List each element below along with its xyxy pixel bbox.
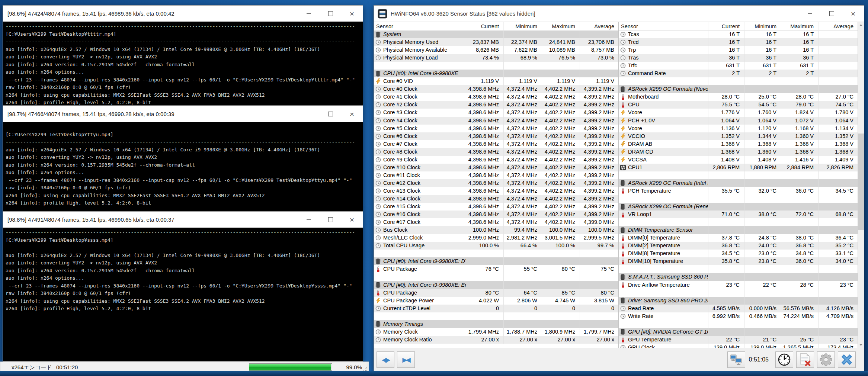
sensor-row[interactable]: CPU Package80 °C64 °C85 °C80 °C: [374, 289, 618, 297]
reset-log-button[interactable]: [796, 351, 814, 368]
sensor-row[interactable]: Mesh/LLC Clock2,999.0 MHz2,981.2 MHz3,00…: [374, 234, 618, 242]
column-header-current[interactable]: Current: [708, 22, 744, 30]
close-button[interactable]: ×: [341, 106, 363, 122]
column-header-average[interactable]: Average: [580, 22, 619, 30]
sensor-row[interactable]: Physical Memory Load73.4 %68.9 %76.5 %73…: [374, 54, 618, 62]
sensor-row[interactable]: DIMM[8] Temperature34.5 °C23.0 °C34.8 °C…: [619, 250, 858, 257]
sensor-row[interactable]: Core #6 Clock4,398.6 MHz4,372.4 MHz4,402…: [374, 132, 618, 140]
sensor-row[interactable]: Physical Memory Used23,837 MB22,374 MB24…: [374, 38, 618, 46]
sensor-row[interactable]: DIMM[0] Temperature37.8 °C24.8 °C38.0 °C…: [619, 234, 858, 242]
sensor-row[interactable]: Core #7 Clock4,398.6 MHz4,372.4 MHz4,402…: [374, 140, 618, 148]
sensor-row[interactable]: Core #8 Clock4,398.6 MHz4,372.4 MHz4,402…: [374, 148, 618, 156]
column-header-minimum[interactable]: Minimum: [503, 22, 542, 30]
sensor-row[interactable]: Bus Clock100.0 MHz99.4 MHz100.0 MHz100.0…: [374, 226, 618, 234]
sensor-row[interactable]: Trfc631 T631 T631 T: [619, 62, 858, 70]
sensor-row[interactable]: Trcd16 T16 T16 T: [619, 38, 858, 46]
minimize-button[interactable]: [298, 6, 320, 22]
sensor-section-row[interactable]: S.M.A.R.T.: Samsung SSD 860 P...: [619, 273, 858, 281]
sensor-row[interactable]: Core #14 Clock4,398.6 MHz4,372.4 MHz4,40…: [374, 195, 618, 203]
sensor-row[interactable]: PCH Temperature35.5 °C32.0 °C36.0 °C34.5…: [619, 187, 858, 195]
minimize-button[interactable]: [298, 212, 320, 228]
sensor-section-row[interactable]: CPU [#0]: Intel Core i9-9980XE: Enh...: [374, 281, 618, 289]
sensor-row[interactable]: Core #17 Clock4,398.6 MHz4,372.4 MHz4,40…: [374, 218, 618, 226]
sensor-row[interactable]: Core #2 Clock4,398.6 MHz4,372.4 MHz4,402…: [374, 101, 618, 109]
sensor-row[interactable]: VCCIO1.352 V1.344 V1.360 V1.352 V: [619, 132, 858, 140]
scrollbar-thumb[interactable]: [858, 134, 864, 230]
sensor-section-row[interactable]: Memory Timings: [374, 320, 618, 328]
sensor-section-row[interactable]: CPU [#0]: Intel Core i9-9980XE: DTS: [374, 257, 618, 265]
sensor-row[interactable]: Motherboard28.0 °C25.0 °C28.0 °C27.0 °C: [619, 93, 858, 101]
clock-button[interactable]: [775, 351, 793, 368]
sensor-section-row[interactable]: ASRock X299 OC Formula (Intel P...: [619, 179, 858, 187]
sensor-row[interactable]: Core #9 Clock4,398.6 MHz4,372.4 MHz4,402…: [374, 156, 618, 164]
sensor-row[interactable]: Drive Airflow Temperature23 °C22 °C28 °C…: [619, 281, 858, 289]
sensor-row[interactable]: Core #11 Clock4,398.6 MHz4,372.4 MHz4,40…: [374, 171, 618, 179]
sensor-row[interactable]: Core #15 Clock4,398.6 MHz4,372.4 MHz4,40…: [374, 203, 618, 211]
sensor-row[interactable]: VR Loop171.0 °C38.0 °C72.0 °C68.8 °C: [619, 211, 858, 218]
sensor-row[interactable]: Core #3 Clock4,398.6 MHz4,372.4 MHz4,402…: [374, 109, 618, 116]
sensor-section-row[interactable]: GPU [#0]: NVIDIA GeForce GT 10...: [619, 328, 858, 336]
sensor-row[interactable]: Core #1 Clock4,398.6 MHz4,372.4 MHz4,402…: [374, 93, 618, 101]
sensor-row[interactable]: Core #16 Clock4,398.6 MHz4,372.4 MHz4,40…: [374, 211, 618, 218]
sensor-row[interactable]: Memory Clock1,799.4 MHz1,788.7 MHz1,800.…: [374, 328, 618, 336]
sensor-row[interactable]: DRAM CD1.368 V1.360 V1.368 V1.368 V: [619, 148, 858, 156]
sensor-row[interactable]: GPU Temperature22 °C21 °C25 °C23 °C: [619, 336, 858, 344]
column-header-average[interactable]: Average: [818, 22, 858, 30]
sensor-row[interactable]: VCCSA1.408 V1.408 V1.416 V1.409 V: [619, 156, 858, 164]
sensor-row[interactable]: Command Rate2 T2 T2 T: [619, 70, 858, 77]
sensor-row[interactable]: Read Rate4.585 MB/s0.000 MB/s56.576 MB/s…: [619, 305, 858, 312]
sensor-section-row[interactable]: System: [374, 30, 618, 38]
maximize-button[interactable]: [320, 212, 341, 228]
sensor-row[interactable]: Vcore1.776 V1.760 V1.824 V1.780 V: [619, 109, 858, 116]
sensor-row[interactable]: Current cTDP Level0000: [374, 305, 618, 312]
scroll-up-button[interactable]: [858, 22, 864, 28]
sensor-section-row[interactable]: ASRock X299 OC Formula (Nuvot...: [619, 85, 858, 93]
sensor-row[interactable]: CPU Package76 °C55 °C80 °C75 °C: [374, 265, 618, 273]
sensor-row[interactable]: Total CPU Usage100.0 %66.4 %100.0 %99.7 …: [374, 242, 618, 250]
maximize-button[interactable]: [320, 106, 341, 122]
sensor-row[interactable]: Tras36 T36 T36 T: [619, 54, 858, 62]
sensor-row[interactable]: Core #4 Clock4,398.6 MHz4,372.4 MHz4,402…: [374, 117, 618, 125]
sensor-section-row[interactable]: CPU [#0]: Intel Core i9-9980XE: [374, 70, 618, 77]
minimize-button[interactable]: [298, 106, 320, 122]
column-header-sensor[interactable]: Sensor: [374, 22, 466, 30]
maximize-button[interactable]: [320, 6, 341, 22]
remote-monitoring-button[interactable]: [727, 351, 745, 368]
column-header-current[interactable]: Current: [466, 22, 503, 30]
resize-grip-icon[interactable]: [363, 367, 368, 371]
sensor-row[interactable]: Core #12 Clock4,398.6 MHz4,372.4 MHz4,40…: [374, 179, 618, 187]
column-header-maximum[interactable]: Maximum: [542, 22, 580, 30]
minimize-button[interactable]: [799, 6, 821, 22]
column-header-sensor[interactable]: Sensor: [619, 22, 708, 30]
close-sensors-button[interactable]: [838, 351, 856, 368]
sensor-row[interactable]: DIMM[10] Temperature35.8 °C23.8 °C36.0 °…: [619, 257, 858, 265]
sensor-row[interactable]: Vcore1.136 V1.120 V1.168 V1.134 V: [619, 125, 858, 132]
taskbar[interactable]: [0, 371, 868, 376]
sensor-row[interactable]: PCH +1.0V1.064 V1.064 V1.072 V1.064 V: [619, 117, 858, 125]
sensor-row[interactable]: Tcas16 T16 T16 T: [619, 30, 858, 38]
scroll-down-button[interactable]: [858, 342, 864, 348]
close-button[interactable]: ×: [842, 6, 864, 22]
sensor-row[interactable]: CPU12,806 RPM1,880 RPM2,884 RPM2,826 RPM: [619, 164, 858, 171]
sensor-row[interactable]: Trp16 T16 T16 T: [619, 46, 858, 54]
sensor-section-row[interactable]: ASRock X299 OC Formula (Renes...: [619, 203, 858, 211]
sensor-row[interactable]: Core #13 Clock4,398.6 MHz4,372.4 MHz4,40…: [374, 187, 618, 195]
sensor-row[interactable]: Core #0 Clock4,398.6 MHz4,372.4 MHz4,402…: [374, 85, 618, 93]
column-header-minimum[interactable]: Minimum: [744, 22, 781, 30]
sensor-row[interactable]: CPU75.5 °C54.5 °C79.0 °C74.5 °C: [619, 101, 858, 109]
sensor-row[interactable]: Physical Memory Available8,626 MB7,622 M…: [374, 46, 618, 54]
sensor-row[interactable]: Memory Clock Ratio27.00 x27.00 x27.00 x2…: [374, 336, 618, 344]
close-button[interactable]: ×: [341, 6, 363, 22]
expand-columns-button[interactable]: ◀▶: [377, 351, 394, 368]
sensor-row[interactable]: DIMM[2] Temperature36.8 °C24.0 °C36.8 °C…: [619, 242, 858, 250]
sensor-row[interactable]: DRAM AB1.368 V1.368 V1.368 V1.368 V: [619, 140, 858, 148]
collapse-columns-button[interactable]: ▶◀: [397, 351, 415, 368]
close-button[interactable]: ×: [341, 212, 363, 228]
vertical-scrollbar[interactable]: [858, 22, 864, 348]
settings-button[interactable]: [817, 351, 835, 368]
maximize-button[interactable]: [821, 6, 842, 22]
sensor-row[interactable]: Core #10 Clock4,398.6 MHz4,372.4 MHz4,40…: [374, 164, 618, 171]
column-header-maximum[interactable]: Maximum: [781, 22, 818, 30]
sensor-row[interactable]: Write Rate6.992 MB/s0.466 MB/s74.224 MB/…: [619, 312, 858, 320]
sensor-section-row[interactable]: DIMM Temperature Sensor: [619, 226, 858, 234]
